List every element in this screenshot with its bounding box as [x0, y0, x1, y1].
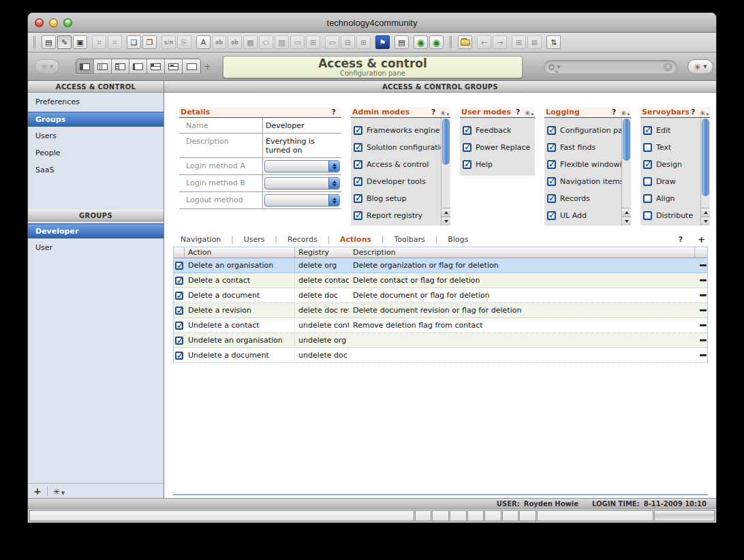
- sidebar-item-users[interactable]: Users: [28, 129, 164, 144]
- checkbox-checked[interactable]: [547, 177, 556, 186]
- sidebar-actions-menu-button[interactable]: ✳▼: [53, 484, 65, 497]
- actions-menu-button[interactable]: ✳ ▼: [687, 59, 713, 74]
- save-icon[interactable]: ▣: [73, 35, 87, 49]
- column-header-description[interactable]: Description: [350, 247, 695, 258]
- vertical-scrollbar[interactable]: [441, 118, 450, 225]
- sidebar-item-people[interactable]: People: [28, 146, 164, 161]
- sidebar-item-developer[interactable]: Developer: [28, 223, 164, 238]
- table-row[interactable]: Delete an organisationdelete orgDelete o…: [174, 258, 707, 273]
- bottom-bar-cell[interactable]: [415, 510, 432, 521]
- remove-row-button[interactable]: [695, 333, 707, 347]
- row-checkbox[interactable]: [175, 352, 183, 360]
- scroll-down-arrow[interactable]: [701, 217, 710, 225]
- checkbox-checked[interactable]: [643, 160, 652, 169]
- layout-segment-1[interactable]: [76, 59, 94, 74]
- sort-icon[interactable]: ⇅: [546, 35, 561, 49]
- checkbox-checked[interactable]: [547, 160, 556, 169]
- bottom-bar-cell[interactable]: [432, 510, 449, 521]
- checkbox-checked[interactable]: [547, 211, 556, 220]
- zoom-window-button[interactable]: [63, 18, 72, 27]
- help-icon[interactable]: ?: [612, 108, 616, 116]
- sidebar-item-preferences[interactable]: Preferences: [28, 95, 164, 110]
- description-field[interactable]: Everything is turned on: [262, 134, 341, 157]
- text-tool-icon[interactable]: A: [196, 35, 211, 49]
- layout-segment-7[interactable]: [183, 59, 200, 74]
- gear-menu-button[interactable]: ✳▼: [35, 59, 59, 74]
- checkbox-checked[interactable]: [547, 126, 556, 135]
- minimize-window-button[interactable]: [49, 18, 58, 27]
- remove-row-button[interactable]: [695, 348, 707, 362]
- table-row[interactable]: Delete a revisiondelete doc revDelete do…: [174, 303, 707, 318]
- add-action-button[interactable]: +: [698, 234, 705, 245]
- web-viewer-icon[interactable]: ⚑: [375, 35, 390, 49]
- tab-users[interactable]: Users: [243, 235, 266, 244]
- send-back-icon[interactable]: ❐: [142, 35, 157, 49]
- field-list-icon[interactable]: ▤: [394, 35, 409, 49]
- bottom-bar-cell[interactable]: [467, 510, 484, 521]
- table-row[interactable]: Undelete a contactundelete contRemove de…: [174, 318, 707, 333]
- table-row[interactable]: Undelete a documentundelete doc: [174, 348, 707, 363]
- vertical-scrollbar[interactable]: [621, 118, 631, 225]
- scrollbar-track[interactable]: [442, 119, 450, 207]
- checkbox-unchecked[interactable]: [643, 177, 652, 186]
- row-checkbox[interactable]: [175, 337, 183, 345]
- search-input[interactable]: ▼ ✕: [544, 60, 677, 74]
- help-icon[interactable]: ?: [679, 235, 683, 244]
- checkbox-checked[interactable]: [547, 143, 556, 152]
- login-method-a-select[interactable]: [264, 160, 340, 172]
- help-icon[interactable]: ?: [431, 108, 435, 116]
- section-actions-menu-button[interactable]: ✳▾: [620, 106, 630, 119]
- bottom-bar-cell[interactable]: [450, 510, 467, 521]
- scrollbar-thumb[interactable]: [702, 119, 709, 196]
- layout-segment-4[interactable]: [129, 59, 147, 74]
- horizontal-scrollbar-thumb[interactable]: [654, 510, 715, 521]
- checkbox-unchecked[interactable]: [643, 211, 652, 220]
- scrollbar-thumb[interactable]: [442, 119, 450, 165]
- layout-segment-6[interactable]: [165, 59, 183, 74]
- section-actions-menu-button[interactable]: ✳▾: [439, 106, 449, 119]
- sidebar-item-saas[interactable]: SaaS: [28, 163, 164, 178]
- bottom-bar-cell[interactable]: [484, 510, 501, 521]
- row-checkbox[interactable]: [175, 307, 183, 315]
- help-icon[interactable]: ?: [691, 108, 695, 116]
- vertical-scrollbar[interactable]: [700, 118, 710, 225]
- bottom-bar-cell[interactable]: [519, 510, 536, 521]
- help-icon[interactable]: ?: [516, 108, 520, 116]
- checkbox-checked[interactable]: [354, 211, 362, 220]
- run-script-alt-icon[interactable]: ◉: [429, 35, 444, 49]
- name-field[interactable]: Developer: [262, 118, 341, 133]
- logout-method-select[interactable]: [264, 194, 340, 206]
- table-row[interactable]: Delete a contactdelete contactDelete con…: [174, 273, 707, 288]
- checkbox-checked[interactable]: [354, 126, 362, 135]
- section-actions-menu-button[interactable]: ✳▾: [699, 106, 709, 119]
- form-view-icon[interactable]: ▤: [42, 35, 56, 49]
- scrollbar-track[interactable]: [702, 119, 709, 207]
- remove-row-button[interactable]: [695, 288, 707, 302]
- clear-search-icon[interactable]: ✕: [664, 63, 672, 72]
- checkbox-unchecked[interactable]: [643, 194, 652, 203]
- add-item-button[interactable]: +: [33, 486, 42, 497]
- toolbar-drag-handle[interactable]: [33, 36, 35, 48]
- table-row[interactable]: Undelete an organisationundelete org: [174, 333, 707, 348]
- search-scope-chevron-icon[interactable]: ▼: [557, 65, 560, 70]
- row-checkbox[interactable]: [175, 277, 183, 285]
- row-checkbox[interactable]: [175, 262, 183, 270]
- tab-actions[interactable]: Actions: [339, 235, 373, 244]
- bring-front-icon[interactable]: ❏: [127, 35, 141, 49]
- checkbox-checked[interactable]: [354, 194, 362, 203]
- scrollbar-thumb[interactable]: [623, 119, 630, 161]
- layout-segment-3[interactable]: [112, 59, 129, 74]
- scroll-up-arrow[interactable]: [441, 208, 450, 217]
- checkbox-checked[interactable]: [463, 126, 471, 135]
- checkbox-checked[interactable]: [354, 177, 362, 186]
- layout-edit-icon[interactable]: ✎: [57, 35, 72, 49]
- bottom-bar-cell[interactable]: [502, 510, 519, 521]
- column-header-action[interactable]: Action: [185, 247, 295, 258]
- checkbox-checked[interactable]: [354, 160, 362, 169]
- open-folder-icon[interactable]: [458, 35, 472, 49]
- checkbox-unchecked[interactable]: [643, 143, 652, 152]
- tab-records[interactable]: Records: [286, 235, 319, 244]
- layout-segment-5[interactable]: [147, 59, 165, 74]
- remove-row-button[interactable]: [695, 258, 707, 273]
- title-bar[interactable]: technology4community: [28, 13, 716, 33]
